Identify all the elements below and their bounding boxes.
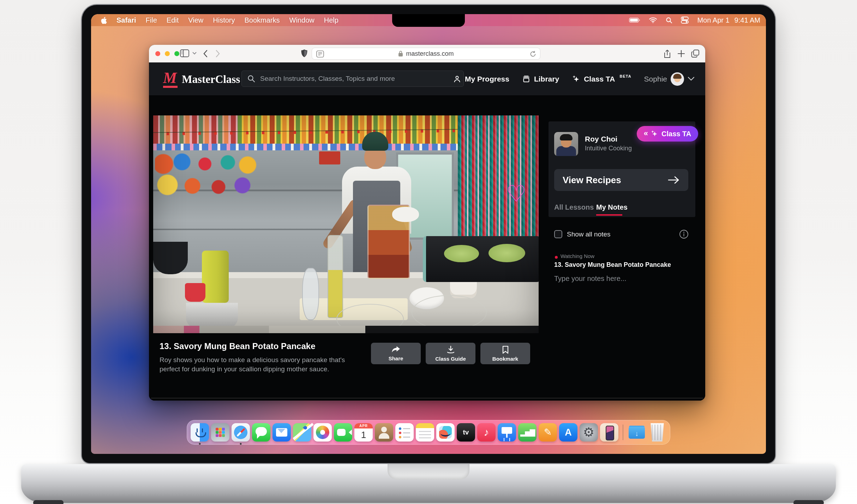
tab-my-notes[interactable]: My Notes (596, 203, 628, 211)
instructor-name: Roy Choi (585, 135, 617, 143)
menu-item-history[interactable]: History (213, 16, 235, 24)
battery-icon[interactable] (629, 17, 640, 23)
address-bar[interactable]: masterclass.com (312, 48, 540, 60)
music-glyph: ♪ (477, 423, 496, 442)
lesson-title: 13. Savory Mung Bean Potato Pancake (160, 341, 315, 351)
back-icon[interactable] (203, 50, 208, 58)
tab-all-lessons[interactable]: All Lessons (554, 203, 594, 211)
tv-dock-icon[interactable]: tv (457, 423, 475, 442)
action-label: Share (389, 355, 403, 361)
control-center-icon[interactable] (681, 17, 689, 24)
reload-icon[interactable] (529, 50, 537, 58)
photos-dock-icon[interactable] (313, 423, 332, 442)
keynote-dock-icon[interactable] (498, 423, 516, 442)
watching-now-dot (555, 256, 558, 259)
downloads-dock-icon[interactable]: ↓ (628, 423, 646, 442)
bookmark-button[interactable]: Bookmark (480, 343, 530, 364)
sparkle-icon (572, 75, 580, 83)
brand-name: MasterClass (182, 73, 240, 86)
laptop-lid-notch (388, 464, 469, 480)
privacy-shield-icon[interactable] (301, 49, 308, 58)
tab-overview-icon[interactable] (691, 49, 700, 58)
sidebar-current-lesson: 13. Savory Mung Bean Potato Pancake (554, 261, 671, 269)
contacts-dock-icon[interactable] (375, 423, 393, 442)
instructor-avatar (554, 132, 578, 156)
laptop-base (21, 464, 836, 503)
video-vignette (153, 115, 539, 333)
share-button[interactable]: Share (371, 343, 421, 364)
video-player[interactable]: ♡ (153, 115, 539, 333)
reader-icon[interactable] (316, 50, 324, 58)
class-guide-button[interactable]: Class Guide (426, 343, 475, 364)
masterclass-logo[interactable]: M MasterClass (163, 70, 240, 88)
nav-class-ta[interactable]: Class TABETA (572, 75, 631, 83)
notes-input[interactable]: Type your notes here... (554, 275, 627, 283)
settings-dock-icon[interactable]: ⚙ (580, 423, 598, 442)
calendar-dock-icon[interactable]: APR1 (354, 423, 373, 442)
menu-item-window[interactable]: Window (289, 16, 314, 24)
beta-badge: BETA (619, 74, 631, 78)
numbers-dock-icon[interactable]: ▂▅▇ (518, 423, 537, 442)
close-window-button[interactable] (155, 51, 160, 56)
info-icon[interactable] (679, 229, 689, 239)
freeform-dock-icon[interactable] (436, 423, 455, 442)
collapse-chevrons-icon[interactable]: « (644, 129, 647, 138)
menu-item-safari[interactable]: Safari (116, 16, 136, 24)
iphone-dock-icon[interactable] (600, 423, 618, 442)
pages-dock-icon[interactable]: ✎ (539, 423, 557, 442)
laptop-display: Safari File Edit View History Bookmarks … (91, 14, 766, 454)
safari-dock-icon[interactable] (232, 423, 250, 442)
dock: APR1tv♪▂▅▇✎A⚙↓ (187, 420, 670, 445)
menu-item-file[interactable]: File (146, 16, 157, 24)
view-recipes-button[interactable]: View Recipes (554, 169, 688, 191)
menu-item-bookmarks[interactable]: Bookmarks (245, 16, 280, 24)
account-menu[interactable]: Sophie (644, 72, 695, 86)
finder-dock-icon[interactable] (191, 423, 209, 442)
facetime-dock-icon[interactable] (334, 423, 352, 442)
launchpad-dock-icon[interactable] (211, 423, 229, 442)
trash-dock-icon[interactable] (648, 423, 666, 442)
class-ta-button[interactable]: « Class TA (637, 126, 698, 142)
course-title: Intuitive Cooking (585, 145, 632, 152)
lesson-description: Roy shows you how to make a delicious sa… (160, 355, 359, 374)
zoom-window-button[interactable] (174, 51, 179, 56)
music-dock-icon[interactable]: ♪ (477, 423, 496, 442)
sidebar-toggle-icon[interactable] (180, 49, 189, 57)
notes-dock-icon[interactable] (416, 423, 434, 442)
search-placeholder: Search Instructors, Classes, Topics and … (260, 75, 395, 83)
new-tab-icon[interactable] (678, 50, 685, 57)
maps-dock-icon[interactable] (293, 423, 311, 442)
nav-my-progress[interactable]: My Progress (453, 75, 509, 83)
spotlight-search-icon[interactable] (666, 17, 672, 24)
menu-item-view[interactable]: View (188, 16, 203, 24)
chevron-down-icon[interactable] (192, 52, 197, 55)
sparkle-icon (651, 130, 658, 138)
menu-item-edit[interactable]: Edit (167, 16, 179, 24)
menu-clock[interactable]: Mon Apr 1 9:41 AM (697, 16, 760, 24)
mail-dock-icon[interactable] (272, 423, 291, 442)
library-icon (522, 75, 531, 83)
window-controls (155, 51, 179, 56)
view-recipes-label: View Recipes (563, 175, 621, 186)
safari-window: masterclass.com (149, 45, 705, 401)
wifi-icon[interactable] (649, 17, 657, 23)
messages-dock-icon[interactable] (252, 423, 270, 442)
appstore-glyph: A (559, 423, 577, 442)
apple-menu-icon[interactable] (100, 16, 107, 24)
downloads-glyph: ↓ (628, 425, 646, 442)
nav-label: My Progress (465, 75, 509, 83)
menu-time: 9:41 AM (735, 16, 760, 24)
nav-library[interactable]: Library (522, 75, 559, 83)
forward-icon[interactable] (215, 50, 220, 58)
show-all-notes-checkbox[interactable] (554, 230, 562, 238)
calendar-month-label: APR (354, 423, 373, 428)
menu-item-help[interactable]: Help (324, 16, 338, 24)
dock-separator (623, 425, 623, 440)
appstore-dock-icon[interactable]: A (559, 423, 577, 442)
user-name: Sophie (644, 75, 667, 83)
share-page-icon[interactable] (664, 49, 671, 59)
minimize-window-button[interactable] (165, 51, 170, 56)
reminders-dock-icon[interactable] (395, 423, 414, 442)
search-input[interactable]: Search Instructors, Classes, Topics and … (241, 71, 464, 87)
nav-label: Library (534, 75, 559, 83)
